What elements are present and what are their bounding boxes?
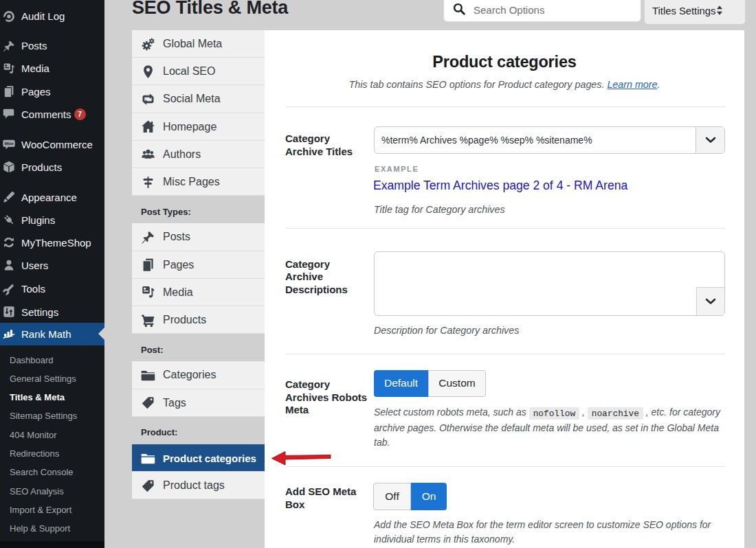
svg-text:Woo: Woo <box>5 141 14 146</box>
